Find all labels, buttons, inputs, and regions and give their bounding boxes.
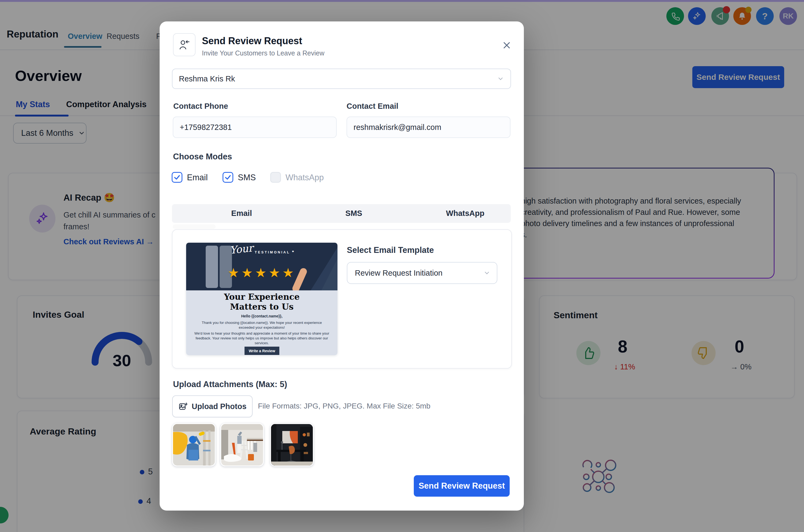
template-select[interactable]: Review Request Initiation	[347, 262, 497, 284]
channel-tabs: Email SMS WhatsApp	[172, 204, 511, 223]
upload-hint: File Formats: JPG, PNG, JPEG. Max File S…	[258, 402, 430, 411]
preview-brand-script: Your	[229, 243, 254, 256]
preview-paragraph-2: We'd love to hear your thoughts and appr…	[194, 331, 329, 345]
preview-heading: Your Experience Matters to Us	[186, 292, 338, 312]
write-a-review-button[interactable]: Write a Review	[245, 347, 279, 355]
sms-mode-label: SMS	[238, 173, 256, 183]
painter-photo	[173, 424, 215, 466]
whatsapp-checkbox[interactable]	[270, 172, 281, 183]
send-review-request-submit-button[interactable]: Send Review Request	[414, 475, 510, 497]
attachment-thumb-interior[interactable]	[221, 423, 264, 467]
user-invite-icon	[178, 39, 190, 51]
contact-email-label: Contact Email	[347, 102, 398, 111]
choose-modes-label: Choose Modes	[173, 152, 232, 162]
preview-paragraph-1: Thank you for choosing {{location.name}}…	[194, 320, 329, 330]
email-mode-label: Email	[187, 173, 208, 183]
screen: Reputation Overview Requests P	[0, 0, 804, 532]
modal-title: Send Review Request	[202, 35, 302, 46]
tab-email[interactable]: Email	[215, 209, 268, 218]
active-tab-pill	[173, 225, 216, 229]
preview-greeting: Hello {{contact.name}},	[186, 314, 338, 318]
dark-office-photo	[271, 424, 313, 466]
preview-stars: ★★★★★	[186, 265, 338, 280]
interior-painting-photo	[221, 424, 263, 466]
quote-icon: ❞	[292, 250, 295, 254]
check-icon	[225, 174, 231, 181]
attachment-thumb-painter[interactable]	[172, 423, 216, 467]
email-template-card: Your TESTIMONIAL ❞ ★★★★★ Your Experience…	[172, 229, 512, 368]
chevron-down-icon	[497, 75, 504, 82]
email-checkbox[interactable]	[172, 172, 183, 183]
tab-whatsapp[interactable]: WhatsApp	[438, 209, 492, 218]
template-select-label: Select Email Template	[347, 245, 434, 255]
whatsapp-mode-label: WhatsApp	[286, 173, 324, 183]
preview-body: Your Experience Matters to Us Hello {{co…	[186, 290, 338, 355]
check-icon	[174, 174, 180, 181]
contact-phone-field[interactable]	[173, 116, 337, 138]
chevron-down-icon	[483, 269, 491, 277]
close-icon[interactable]	[502, 41, 511, 50]
recipient-value: Reshma Kris Rk	[179, 74, 235, 83]
email-template-preview: Your TESTIMONIAL ❞ ★★★★★ Your Experience…	[186, 243, 338, 355]
upload-photos-button[interactable]: Upload Photos	[172, 395, 252, 417]
preview-brand-caps: TESTIMONIAL ❞	[255, 250, 295, 254]
contact-phone-label: Contact Phone	[173, 102, 228, 111]
sms-checkbox[interactable]	[223, 172, 233, 183]
tab-sms[interactable]: SMS	[327, 209, 381, 218]
modal-icon-box	[173, 33, 195, 56]
template-value: Review Request Initiation	[355, 269, 442, 278]
send-review-request-modal: Send Review Request Invite Your Customer…	[160, 21, 524, 511]
contact-email-field[interactable]	[347, 116, 511, 138]
preview-header-image: Your TESTIMONIAL ❞ ★★★★★	[186, 243, 338, 290]
modal-subtitle: Invite Your Customers to Leave a Review	[202, 49, 324, 57]
attachment-thumb-office[interactable]	[270, 423, 313, 467]
recipient-select[interactable]: Reshma Kris Rk	[172, 69, 511, 89]
image-plus-icon	[178, 402, 188, 411]
upload-attachments-label: Upload Attachments (Max: 5)	[173, 380, 287, 389]
